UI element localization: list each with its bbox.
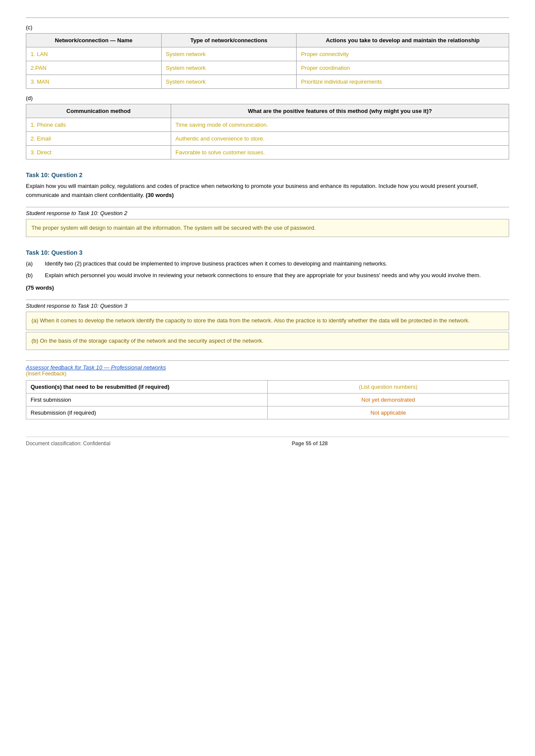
assessor-section: Assessor feedback for Task 10 — Professi… <box>26 360 509 419</box>
table-c-cell: 3. MAN <box>26 75 162 89</box>
table-d-cell: Authentic and convenience to store. <box>171 132 509 146</box>
task10-q3-body: (a)Identify two (2) practices that could… <box>26 259 509 292</box>
section-d-label: (d) <box>26 95 509 101</box>
top-divider <box>26 17 509 18</box>
list-content: Identify two (2) practices that could be… <box>45 259 509 269</box>
task10-q2-body-text: Explain how you will maintain policy, re… <box>26 183 478 198</box>
task10-q2-word-count: (30 words) <box>146 192 174 198</box>
section-c-label: (c) <box>26 24 509 31</box>
table-c-cell: System network <box>161 75 297 89</box>
table-c-cell: 1. LAN <box>26 47 162 61</box>
feedback-label: Question(s) that need to be resubmitted … <box>26 381 268 394</box>
assessor-feedback-link[interactable]: Assessor feedback for Task 10 — Professi… <box>26 364 166 371</box>
feedback-label: First submission <box>26 394 268 406</box>
task10-q2-response: The proper system will design to maintai… <box>26 219 509 237</box>
feedback-table: Question(s) that need to be resubmitted … <box>26 380 509 419</box>
task10-q3-heading: Task 10: Question 3 <box>26 249 509 256</box>
table-c-cell: Prioritize individual requirements <box>297 75 509 89</box>
feedback-value: Not yet demonstrated <box>268 394 509 406</box>
table-c-header-1: Network/connection — Name <box>26 34 162 47</box>
table-c-cell: System network <box>161 47 297 61</box>
task10-q3-response-row: (b) On the basis of the storage capacity… <box>26 332 509 350</box>
feedback-value: (List question numbers) <box>268 381 509 394</box>
table-c-header-3: Actions you take to develop and maintain… <box>297 34 509 47</box>
table-d-cell: 1. Phone calls <box>26 118 171 132</box>
table-d-header-2: What are the positive features of this m… <box>171 104 509 118</box>
table-c-cell: System network <box>161 61 297 75</box>
insert-feedback-label: (Insert Feedback) <box>26 371 509 377</box>
task10-q3-responses: (a) When it comes to develop the network… <box>26 312 509 350</box>
feedback-value: Not applicable <box>268 406 509 419</box>
task10-q3-response-row: (a) When it comes to develop the network… <box>26 312 509 330</box>
task10-q3-item: (a)Identify two (2) practices that could… <box>26 259 509 269</box>
table-d-cell: 3. Direct <box>26 146 171 159</box>
page-footer: Document classification: Confidential Pa… <box>26 437 509 447</box>
feedback-label: Resubmission (if required) <box>26 406 268 419</box>
task10-q2-student-label: Student response to Task 10: Question 2 <box>26 207 509 216</box>
task10-q2-body: Explain how you will maintain policy, re… <box>26 182 509 200</box>
table-c: Network/connection — Name Type of networ… <box>26 33 509 89</box>
list-marker: (a) <box>26 259 42 269</box>
footer-classification: Document classification: Confidential <box>26 440 110 447</box>
table-d-header-1: Communication method <box>26 104 171 118</box>
task10-q2-heading: Task 10: Question 2 <box>26 172 509 178</box>
task10-q3-item: (b)Explain which personnel you would inv… <box>26 271 509 280</box>
footer-page-number: Page 55 of 128 <box>292 440 328 447</box>
table-d-cell: 2. Email <box>26 132 171 146</box>
table-c-cell: Proper connectivity <box>297 47 509 61</box>
table-c-cell: 2.PAN <box>26 61 162 75</box>
list-marker: (b) <box>26 271 42 280</box>
table-d: Communication method What are the positi… <box>26 104 509 159</box>
task10-q3-student-label: Student response to Task 10: Question 3 <box>26 300 509 309</box>
table-c-header-2: Type of network/connections <box>161 34 297 47</box>
list-content: Explain which personnel you would involv… <box>45 271 509 280</box>
table-c-cell: Proper coordination <box>297 61 509 75</box>
table-d-cell: Time saving mode of communication. <box>171 118 509 132</box>
table-d-cell: Favorable to solve customer issues. <box>171 146 509 159</box>
task10-q3-word-count: (75 words) <box>26 284 509 293</box>
